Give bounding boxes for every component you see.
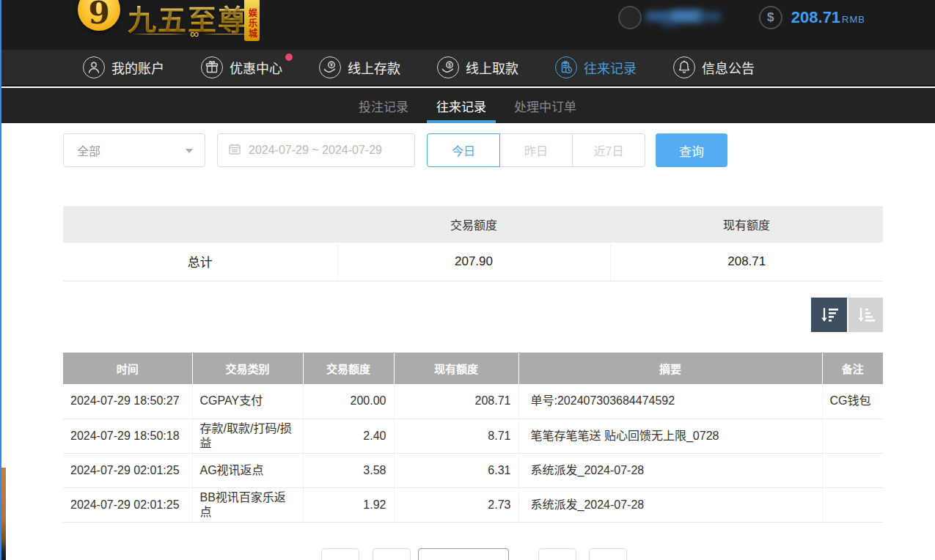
notification-dot — [285, 54, 293, 61]
summary-total-row: 总计 207.90 208.71 — [63, 243, 883, 281]
cell-category: BB视讯百家乐返点 — [192, 487, 303, 522]
sort-desc-icon — [820, 306, 839, 324]
deposit-hand-coin-icon: ¥ — [319, 56, 341, 78]
chevron-down-icon — [186, 149, 193, 153]
brand-emblem-glyph: 9 — [88, 0, 109, 31]
cell-time: 2024-07-29 02:01:25 — [63, 453, 192, 487]
calendar-icon — [228, 142, 241, 158]
tab-pending-orders[interactable]: 处理中订单 — [514, 88, 576, 123]
brand-emblem-icon: 9 — [78, 0, 120, 31]
nav-item-my-account[interactable]: 我的账户 — [83, 56, 164, 78]
cell-amount: 2.40 — [303, 419, 394, 453]
filter-row: 全部 2024-07-29 ~ 2024-07-29 今日 昨日 近7日 查询 — [63, 133, 727, 167]
avatar[interactable] — [618, 6, 642, 29]
brand-flourish-icon: ∞ — [132, 26, 257, 41]
withdraw-hand-coin-icon: $ — [437, 56, 459, 78]
nav-item-announcements[interactable]: 信息公告 — [673, 56, 755, 78]
tab-transaction-records[interactable]: 往来记录 — [436, 88, 486, 123]
summary-total-transaction: 207.90 — [337, 243, 610, 281]
user-icon — [83, 56, 105, 78]
cell-summary: 单号:202407303684474592 — [518, 384, 822, 419]
svg-text:¥: ¥ — [330, 62, 333, 67]
cell-amount: 200.00 — [303, 384, 394, 419]
nav-label: 优惠中心 — [230, 58, 282, 77]
nav-label: 线上存款 — [348, 58, 400, 77]
sort-descending-button[interactable] — [811, 298, 847, 332]
cell-balance: 8.71 — [394, 419, 518, 453]
cell-balance: 208.71 — [394, 384, 518, 419]
cell-category: CGPAY支付 — [192, 384, 303, 419]
quick-btn-last7days[interactable]: 近7日 — [572, 133, 645, 167]
balance-area[interactable]: $ 208.71RMB — [759, 6, 865, 29]
query-button[interactable]: 查询 — [656, 133, 727, 167]
nav-label: 往来记录 — [584, 58, 637, 77]
cell-amount: 3.58 — [303, 453, 394, 487]
pagination-first-button[interactable] — [321, 548, 359, 560]
cell-time: 2024-07-29 18:50:27 — [63, 384, 192, 419]
summary-header-balance: 现有额度 — [610, 206, 883, 243]
nav-item-online-withdraw[interactable]: $ 线上取款 — [437, 56, 518, 78]
pagination-prev-button[interactable] — [373, 548, 411, 560]
user-area[interactable] — [618, 6, 722, 29]
pagination-last-button[interactable] — [589, 548, 627, 560]
sort-asc-icon — [857, 306, 876, 324]
summary-header-transaction: 交易额度 — [337, 206, 610, 243]
nav-label: 线上取款 — [466, 58, 518, 77]
nav-label: 信息公告 — [702, 58, 755, 77]
records-clipboard-icon — [555, 56, 577, 78]
cell-note: CG钱包 — [822, 384, 883, 419]
col-category: 交易类别 — [192, 353, 303, 384]
gift-icon — [201, 56, 223, 78]
sort-ascending-button[interactable] — [848, 298, 883, 332]
table-header-row: 时间 交易类别 交易额度 现有额度 摘要 备注 — [63, 353, 883, 384]
main-nav: 我的账户 优惠中心 ¥ 线上存款 $ 线上取款 往来记录 — [0, 50, 935, 86]
col-amount: 交易额度 — [303, 353, 394, 384]
col-time: 时间 — [63, 353, 192, 384]
date-range-value: 2024-07-29 ~ 2024-07-29 — [249, 144, 382, 157]
cell-amount: 1.92 — [303, 487, 394, 522]
cell-note — [822, 453, 883, 487]
cell-category: AG视讯返点 — [192, 453, 303, 487]
col-note: 备注 — [822, 353, 883, 384]
pagination-page-select[interactable] — [418, 548, 509, 560]
table-row: 2024-07-29 18:50:27 CGPAY支付 200.00 208.7… — [63, 384, 883, 419]
cell-time: 2024-07-29 02:01:25 — [63, 487, 192, 522]
summary-header-empty — [63, 206, 337, 243]
cell-time: 2024-07-29 18:50:18 — [63, 419, 192, 453]
nav-item-transaction-records[interactable]: 往来记录 — [555, 56, 637, 78]
top-header: 9 九五至尊 娱乐城 ∞ $ 208.71RMB — [0, 0, 935, 50]
summary-total-label: 总计 — [63, 243, 337, 281]
bell-icon — [673, 56, 695, 78]
records-table: 时间 交易类别 交易额度 现有额度 摘要 备注 2024-07-29 18:50… — [63, 353, 883, 523]
col-balance: 现有额度 — [394, 353, 518, 384]
cell-balance: 6.31 — [394, 453, 518, 487]
cell-summary: 系统派发_2024-07-28 — [518, 453, 822, 487]
cell-category: 存款/取款/打码/损益 — [192, 419, 303, 453]
summary-total-balance: 208.71 — [610, 243, 883, 281]
quick-btn-yesterday[interactable]: 昨日 — [499, 133, 573, 167]
cell-note — [822, 487, 883, 522]
sort-buttons — [811, 298, 883, 332]
date-range-input[interactable]: 2024-07-29 ~ 2024-07-29 — [217, 133, 415, 167]
cell-summary: 系统派发_2024-07-28 — [518, 487, 822, 522]
summary-table: 交易额度 现有额度 总计 207.90 208.71 — [63, 206, 883, 281]
window-edge-line — [0, 0, 1, 560]
username-redacted — [646, 8, 722, 27]
col-summary: 摘要 — [518, 353, 822, 384]
balance-value: 208.71 — [791, 8, 840, 26]
table-row: 2024-07-29 02:01:25 AG视讯返点 3.58 6.31 系统派… — [63, 453, 883, 487]
pagination-next-button[interactable] — [538, 548, 576, 560]
svg-text:$: $ — [448, 62, 451, 68]
table-row: 2024-07-29 02:01:25 BB视讯百家乐返点 1.92 2.73 … — [63, 487, 883, 522]
nav-item-promotions[interactable]: 优惠中心 — [201, 56, 282, 78]
nav-item-online-deposit[interactable]: ¥ 线上存款 — [319, 56, 400, 78]
cell-note — [822, 419, 883, 453]
balance-currency: RMB — [842, 14, 865, 25]
subtab-bar: 投注记录 往来记录 处理中订单 — [0, 88, 935, 123]
tab-bet-records[interactable]: 投注记录 — [359, 88, 408, 123]
quick-date-group: 今日 昨日 近7日 — [427, 133, 645, 167]
dollar-icon: $ — [759, 6, 782, 29]
quick-btn-today[interactable]: 今日 — [427, 133, 500, 167]
type-select[interactable]: 全部 — [63, 133, 205, 167]
cell-balance: 2.73 — [394, 487, 518, 522]
